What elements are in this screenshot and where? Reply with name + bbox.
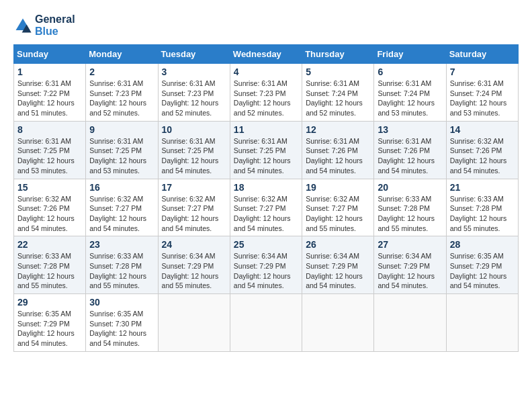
day-info: Sunrise: 6:34 AM Sunset: 7:29 PM Dayligh… (378, 251, 442, 291)
sunrise-label: Sunrise: 6:32 AM (306, 195, 359, 203)
daylight-label: Daylight: 12 hours and 54 minutes. (378, 156, 435, 175)
weekday-header-friday: Friday (374, 45, 446, 64)
day-number: 10 (162, 124, 226, 135)
day-info: Sunrise: 6:31 AM Sunset: 7:25 PM Dayligh… (234, 136, 298, 176)
day-info: Sunrise: 6:31 AM Sunset: 7:25 PM Dayligh… (89, 136, 154, 176)
daylight-label: Daylight: 12 hours and 54 minutes. (234, 272, 291, 290)
logo: General Blue (13, 13, 75, 38)
daylight-label: Daylight: 12 hours and 53 minutes. (450, 99, 507, 117)
sunset-label: Sunset: 7:27 PM (89, 204, 142, 212)
daylight-label: Daylight: 12 hours and 55 minutes. (306, 214, 363, 232)
daylight-label: Daylight: 12 hours and 55 minutes. (17, 272, 75, 290)
daylight-label: Daylight: 12 hours and 53 minutes. (378, 99, 435, 117)
sunrise-label: Sunrise: 6:31 AM (17, 137, 71, 145)
calendar-day-10: 10 Sunrise: 6:31 AM Sunset: 7:25 PM Dayl… (158, 121, 230, 179)
daylight-label: Daylight: 12 hours and 54 minutes. (378, 272, 435, 290)
daylight-label: Daylight: 12 hours and 54 minutes. (450, 272, 507, 290)
logo-icon (13, 16, 32, 35)
day-number: 12 (306, 124, 370, 135)
sunrise-label: Sunrise: 6:35 AM (450, 252, 504, 260)
sunrise-label: Sunrise: 6:34 AM (234, 252, 287, 260)
daylight-label: Daylight: 12 hours and 54 minutes. (162, 156, 219, 175)
sunrise-label: Sunrise: 6:31 AM (234, 79, 287, 87)
calendar-day-12: 12 Sunrise: 6:31 AM Sunset: 7:26 PM Dayl… (302, 121, 374, 179)
day-info: Sunrise: 6:34 AM Sunset: 7:29 PM Dayligh… (306, 251, 370, 291)
daylight-label: Daylight: 12 hours and 53 minutes. (89, 156, 146, 175)
daylight-label: Daylight: 12 hours and 53 minutes. (17, 156, 75, 175)
weekday-header-monday: Monday (86, 45, 158, 64)
sunrise-label: Sunrise: 6:31 AM (162, 137, 216, 145)
calendar-day-25: 25 Sunrise: 6:34 AM Sunset: 7:29 PM Dayl… (230, 236, 302, 294)
sunrise-label: Sunrise: 6:34 AM (378, 252, 431, 260)
sunrise-label: Sunrise: 6:31 AM (306, 137, 359, 145)
weekday-header-thursday: Thursday (302, 45, 374, 64)
day-number: 26 (306, 239, 370, 250)
daylight-label: Daylight: 12 hours and 52 minutes. (162, 99, 219, 117)
daylight-label: Daylight: 12 hours and 52 minutes. (234, 99, 291, 117)
calendar-day-26: 26 Sunrise: 6:34 AM Sunset: 7:29 PM Dayl… (302, 236, 374, 294)
empty-cell (230, 294, 302, 352)
day-number: 20 (378, 182, 442, 193)
calendar-day-18: 18 Sunrise: 6:32 AM Sunset: 7:27 PM Dayl… (230, 179, 302, 236)
calendar-table: SundayMondayTuesdayWednesdayThursdayFrid… (13, 44, 519, 352)
daylight-label: Daylight: 12 hours and 54 minutes. (450, 156, 507, 175)
sunset-label: Sunset: 7:27 PM (306, 204, 358, 212)
empty-cell (446, 294, 518, 352)
day-number: 16 (89, 182, 154, 193)
day-info: Sunrise: 6:31 AM Sunset: 7:24 PM Dayligh… (306, 79, 370, 118)
day-info: Sunrise: 6:34 AM Sunset: 7:29 PM Dayligh… (162, 251, 226, 291)
daylight-label: Daylight: 12 hours and 54 minutes. (17, 214, 75, 232)
daylight-label: Daylight: 12 hours and 54 minutes. (17, 329, 75, 347)
sunrise-label: Sunrise: 6:32 AM (89, 195, 143, 203)
day-number: 3 (162, 66, 226, 77)
calendar-day-24: 24 Sunrise: 6:34 AM Sunset: 7:29 PM Dayl… (158, 236, 230, 294)
sunset-label: Sunset: 7:24 PM (450, 89, 502, 97)
day-number: 11 (234, 124, 298, 135)
sunset-label: Sunset: 7:29 PM (378, 262, 430, 270)
daylight-label: Daylight: 12 hours and 55 minutes. (450, 214, 507, 232)
calendar-day-7: 7 Sunrise: 6:31 AM Sunset: 7:24 PM Dayli… (446, 64, 518, 122)
weekday-header-wednesday: Wednesday (230, 45, 302, 64)
day-info: Sunrise: 6:31 AM Sunset: 7:23 PM Dayligh… (162, 79, 226, 118)
sunrise-label: Sunrise: 6:31 AM (89, 137, 143, 145)
sunrise-label: Sunrise: 6:32 AM (162, 195, 216, 203)
daylight-label: Daylight: 12 hours and 51 minutes. (17, 99, 75, 117)
weekday-header-row: SundayMondayTuesdayWednesdayThursdayFrid… (14, 45, 519, 64)
day-info: Sunrise: 6:35 AM Sunset: 7:29 PM Dayligh… (17, 309, 82, 349)
sunset-label: Sunset: 7:28 PM (89, 262, 142, 270)
sunset-label: Sunset: 7:28 PM (450, 204, 502, 212)
sunrise-label: Sunrise: 6:33 AM (378, 195, 431, 203)
sunset-label: Sunset: 7:27 PM (234, 204, 286, 212)
day-info: Sunrise: 6:32 AM Sunset: 7:26 PM Dayligh… (450, 136, 515, 176)
empty-cell (374, 294, 446, 352)
calendar-day-9: 9 Sunrise: 6:31 AM Sunset: 7:25 PM Dayli… (86, 121, 158, 179)
daylight-label: Daylight: 12 hours and 55 minutes. (162, 272, 219, 290)
day-number: 9 (89, 124, 154, 135)
sunset-label: Sunset: 7:24 PM (378, 89, 430, 97)
sunset-label: Sunset: 7:28 PM (17, 262, 70, 270)
day-info: Sunrise: 6:34 AM Sunset: 7:29 PM Dayligh… (234, 251, 298, 291)
day-number: 4 (234, 66, 298, 77)
sunrise-label: Sunrise: 6:31 AM (450, 79, 504, 87)
sunrise-label: Sunrise: 6:32 AM (450, 137, 504, 145)
sunset-label: Sunset: 7:25 PM (162, 146, 214, 154)
sunrise-label: Sunrise: 6:31 AM (234, 137, 287, 145)
daylight-label: Daylight: 12 hours and 55 minutes. (89, 272, 146, 290)
calendar-day-6: 6 Sunrise: 6:31 AM Sunset: 7:24 PM Dayli… (374, 64, 446, 122)
page-header: General Blue (13, 13, 519, 38)
day-number: 18 (234, 182, 298, 193)
sunrise-label: Sunrise: 6:31 AM (306, 79, 359, 87)
day-info: Sunrise: 6:33 AM Sunset: 7:28 PM Dayligh… (378, 194, 442, 234)
daylight-label: Daylight: 12 hours and 54 minutes. (89, 214, 146, 232)
daylight-label: Daylight: 12 hours and 54 minutes. (234, 214, 291, 232)
calendar-day-19: 19 Sunrise: 6:32 AM Sunset: 7:27 PM Dayl… (302, 179, 374, 236)
daylight-label: Daylight: 12 hours and 54 minutes. (162, 214, 219, 232)
day-info: Sunrise: 6:31 AM Sunset: 7:24 PM Dayligh… (378, 79, 442, 118)
day-info: Sunrise: 6:31 AM Sunset: 7:26 PM Dayligh… (378, 136, 442, 176)
sunset-label: Sunset: 7:29 PM (306, 262, 358, 270)
calendar-week-2: 8 Sunrise: 6:31 AM Sunset: 7:25 PM Dayli… (14, 121, 519, 179)
sunrise-label: Sunrise: 6:31 AM (378, 137, 431, 145)
sunset-label: Sunset: 7:26 PM (378, 146, 430, 154)
day-number: 2 (89, 66, 154, 77)
sunrise-label: Sunrise: 6:31 AM (17, 79, 71, 87)
